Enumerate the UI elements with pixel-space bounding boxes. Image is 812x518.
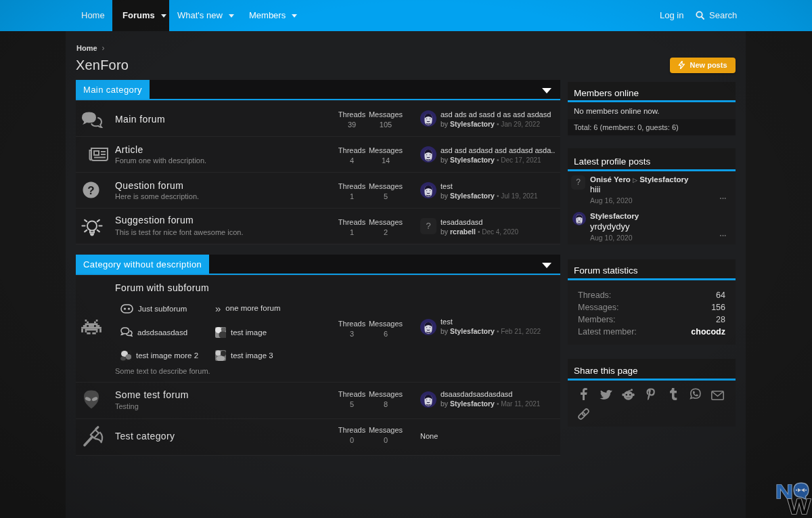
svg-text:W: W [788,494,811,518]
svg-text:?: ? [87,184,94,197]
